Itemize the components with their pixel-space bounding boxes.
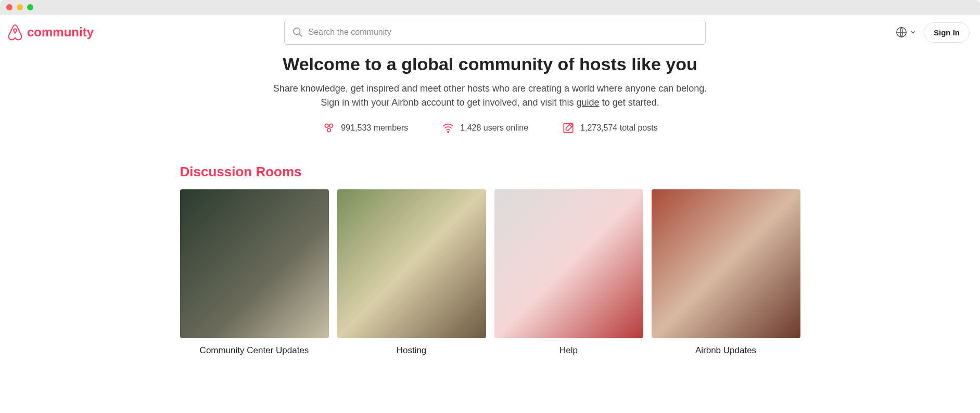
stat-online: 1,428 users online — [441, 121, 528, 135]
language-selector[interactable] — [896, 27, 917, 38]
hero-line2-suffix: to get started. — [600, 97, 659, 108]
stat-members: 991,533 members — [322, 121, 408, 135]
airbnb-logo-icon — [7, 24, 23, 41]
svg-point-6 — [448, 132, 449, 133]
brand-text: community — [27, 25, 94, 40]
svg-point-3 — [325, 124, 329, 127]
search-box[interactable] — [284, 20, 706, 45]
svg-line-1 — [299, 34, 302, 37]
card-hosting[interactable]: Hosting — [337, 189, 486, 356]
stat-online-text: 1,428 users online — [460, 123, 528, 133]
signin-button[interactable]: Sign In — [924, 22, 970, 43]
brand-logo[interactable]: community — [7, 24, 94, 41]
window-maximize-icon[interactable] — [27, 4, 33, 10]
card-image — [652, 189, 800, 338]
stat-posts: 1,273,574 total posts — [562, 121, 658, 135]
stat-posts-text: 1,273,574 total posts — [580, 123, 658, 133]
card-help[interactable]: Help — [494, 189, 643, 356]
card-label: Airbnb Updates — [652, 345, 800, 356]
card-label: Community Center Updates — [180, 345, 329, 356]
browser-chrome — [0, 0, 980, 15]
globe-icon — [896, 27, 907, 38]
wifi-icon — [441, 121, 455, 135]
window-close-icon[interactable] — [6, 4, 12, 10]
hero-line1: Share knowledge, get inspired and meet o… — [273, 83, 707, 94]
site-header: community Sign In — [0, 15, 980, 50]
hero-line2-prefix: Sign in with your Airbnb account to get … — [321, 97, 576, 108]
stats-row: 991,533 members 1,428 users online 1,273… — [0, 121, 980, 135]
hero: Welcome to a global community of hosts l… — [204, 54, 777, 110]
card-image — [180, 189, 329, 338]
section-title: Discussion Rooms — [180, 164, 800, 180]
card-airbnb-updates[interactable]: Airbnb Updates — [652, 189, 800, 356]
stat-members-text: 991,533 members — [341, 123, 408, 133]
card-image — [494, 189, 643, 338]
window-minimize-icon[interactable] — [17, 4, 23, 10]
guide-link[interactable]: guide — [577, 97, 600, 108]
card-label: Hosting — [337, 345, 486, 356]
card-label: Help — [494, 345, 643, 356]
card-image — [337, 189, 486, 338]
hero-title: Welcome to a global community of hosts l… — [204, 54, 777, 74]
posts-icon — [562, 121, 575, 135]
members-icon — [322, 121, 336, 135]
discussion-cards: Community Center Updates Hosting Help Ai… — [180, 189, 800, 356]
search-input[interactable] — [309, 28, 698, 37]
chevron-down-icon — [909, 29, 917, 36]
svg-point-4 — [329, 124, 333, 127]
svg-point-0 — [293, 28, 300, 35]
svg-point-5 — [327, 128, 331, 132]
card-community-center-updates[interactable]: Community Center Updates — [180, 189, 329, 356]
discussion-rooms-section: Discussion Rooms Community Center Update… — [180, 164, 800, 356]
search-icon — [292, 27, 303, 38]
